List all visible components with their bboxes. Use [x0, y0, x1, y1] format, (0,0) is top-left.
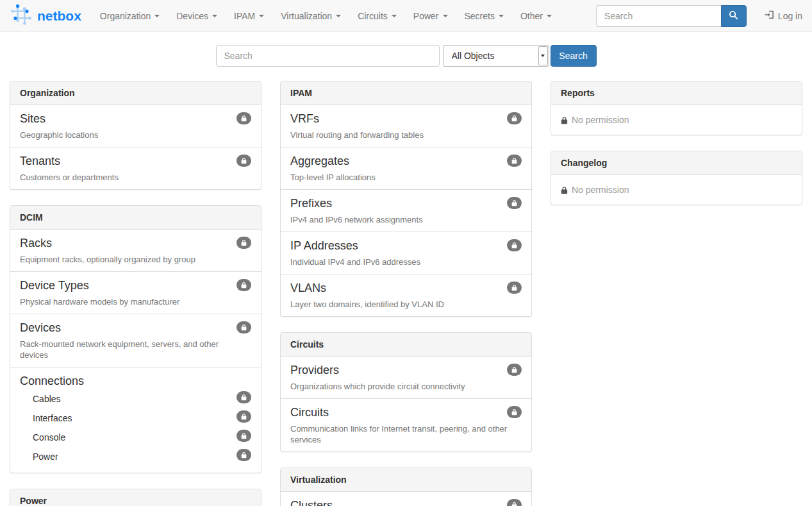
item-description: Physical hardware models by manufacturer — [20, 296, 241, 307]
nav-menu-organization[interactable]: Organization — [92, 1, 168, 31]
item-link[interactable]: Cables — [33, 394, 61, 404]
caret-down-icon — [154, 15, 160, 17]
item-link[interactable]: Console — [33, 432, 65, 443]
item-link[interactable]: Devices — [20, 321, 61, 335]
global-search-input[interactable] — [216, 45, 440, 67]
login-link[interactable]: Log in — [765, 10, 802, 21]
lock-badge — [507, 364, 522, 376]
item-link[interactable]: Power — [33, 451, 58, 462]
panel-item-prefixes: Prefixes IPv4 and IPv6 network assignmen… — [281, 189, 531, 232]
lock-badge — [507, 239, 522, 251]
nav-menu-virtualization[interactable]: Virtualization — [272, 1, 349, 31]
panel-item-providers: Providers Organizations which provide ci… — [281, 357, 531, 398]
item-link[interactable]: Tenants — [20, 154, 60, 168]
connection-row-cables: Cables — [20, 389, 251, 409]
search-icon — [729, 10, 738, 22]
panel-item-device-types: Device Types Physical hardware models by… — [10, 271, 261, 314]
brand-title: netbox — [37, 8, 81, 24]
panel-item-racks: Racks Equipment racks, optionally organi… — [10, 230, 261, 271]
global-search-button[interactable]: Search — [551, 45, 597, 67]
navbar-search-button[interactable] — [721, 5, 747, 27]
item-link[interactable]: VLANs — [290, 281, 326, 295]
scope-select-wrap: All Objects — [443, 45, 549, 67]
lock-badge — [236, 430, 251, 442]
lock-badge — [236, 237, 251, 249]
lock-badge — [236, 410, 251, 423]
lock-badge — [507, 197, 522, 209]
lock-badge — [236, 279, 251, 291]
item-link[interactable]: Aggregates — [290, 154, 349, 168]
nav-menu-other[interactable]: Other — [512, 1, 560, 31]
item-link[interactable]: Clusters — [290, 498, 333, 506]
item-link[interactable]: Connections — [20, 374, 84, 388]
no-permission-row: No permission — [551, 105, 802, 135]
no-permission-label: No permission — [572, 115, 629, 125]
panel-ipam: IPAM VRFs Virtual routing and forwarding… — [280, 81, 532, 317]
item-link[interactable]: Device Types — [20, 278, 89, 292]
panel-item-aggregates: Aggregates Top-level IP allocations — [281, 147, 531, 189]
panel-header: DCIM — [10, 206, 261, 230]
panel-header: Power — [10, 489, 261, 506]
connection-row-console: Console — [20, 428, 251, 447]
lock-badge — [236, 155, 251, 167]
connection-row-power: Power — [20, 447, 251, 466]
panel-item-circuits: Circuits Communication links for Interne… — [281, 398, 531, 451]
caret-down-icon — [259, 15, 264, 17]
item-link[interactable]: Providers — [290, 363, 339, 377]
panel-reports: Reports No permission — [551, 81, 802, 135]
item-description: Equipment racks, optionally organized by… — [20, 254, 241, 265]
item-description: Organizations which provide circuit conn… — [290, 381, 511, 392]
item-link[interactable]: IP Addresses — [290, 239, 358, 253]
panel-changelog: Changelog No permission — [551, 151, 802, 205]
caret-down-icon — [547, 15, 552, 17]
item-link[interactable]: Racks — [20, 236, 52, 250]
column-left: Organization Sites Geographic locations … — [10, 81, 261, 506]
item-description: Virtual routing and forwarding tables — [290, 130, 511, 140]
navbar: netbox Organization Devices IPAM Virtual… — [0, 0, 812, 32]
item-link[interactable]: Circuits — [290, 405, 329, 419]
item-link[interactable]: Interfaces — [33, 413, 72, 423]
connections-list: Cables Interfaces Console Power — [20, 389, 251, 466]
panel-organization: Organization Sites Geographic locations … — [10, 81, 261, 190]
item-description: Top-level IP allocations — [290, 172, 511, 183]
item-description: Communication links for Internet transit… — [290, 423, 511, 445]
lock-badge — [236, 321, 251, 333]
nav-menu-power[interactable]: Power — [405, 1, 456, 31]
lock-badge — [507, 406, 522, 418]
nav-menu-ipam[interactable]: IPAM — [226, 1, 272, 31]
main-content: Organization Sites Geographic locations … — [0, 81, 812, 506]
lock-icon — [561, 116, 568, 124]
item-link[interactable]: Prefixes — [290, 196, 332, 210]
panel-header: Organization — [10, 81, 261, 105]
item-description: Rack-mounted network equipment, servers,… — [20, 339, 241, 360]
navbar-search-input[interactable] — [596, 5, 721, 27]
panel-item-vlans: VLANs Layer two domains, identified by V… — [281, 274, 531, 316]
panel-header: Circuits — [281, 333, 531, 357]
item-link[interactable]: VRFs — [290, 112, 319, 126]
nav-menu-devices[interactable]: Devices — [168, 1, 226, 31]
lock-icon — [561, 186, 568, 194]
lock-badge — [236, 449, 251, 461]
panel-item-sites: Sites Geographic locations — [10, 105, 261, 147]
panel-header: IPAM — [281, 81, 531, 105]
no-permission-label: No permission — [572, 185, 629, 195]
panel-item-ip-addresses: IP Addresses Individual IPv4 and IPv6 ad… — [281, 232, 531, 274]
netbox-logo-icon — [10, 3, 33, 28]
lock-badge — [507, 282, 522, 294]
nav-menu-circuits[interactable]: Circuits — [349, 1, 405, 31]
lock-badge — [236, 112, 251, 124]
object-type-select[interactable]: All Objects — [443, 45, 549, 67]
column-right: Reports No permission Changelog No permi… — [551, 81, 802, 221]
item-description: IPv4 and IPv6 network assignments — [290, 214, 511, 225]
panel-header: Reports — [551, 81, 802, 105]
panel-header: Changelog — [551, 151, 802, 175]
lock-badge — [507, 499, 522, 506]
nav-menu-secrets[interactable]: Secrets — [456, 1, 512, 31]
item-description: Individual IPv4 and IPv6 addresses — [290, 257, 511, 267]
panel-circuits: Circuits Providers Organizations which p… — [280, 332, 532, 452]
item-description: Geographic locations — [20, 130, 241, 140]
panel-item-devices: Devices Rack-mounted network equipment, … — [10, 314, 261, 367]
item-link[interactable]: Sites — [20, 112, 46, 126]
panel-power: Power — [10, 489, 261, 506]
netbox-brand[interactable]: netbox — [10, 3, 81, 28]
